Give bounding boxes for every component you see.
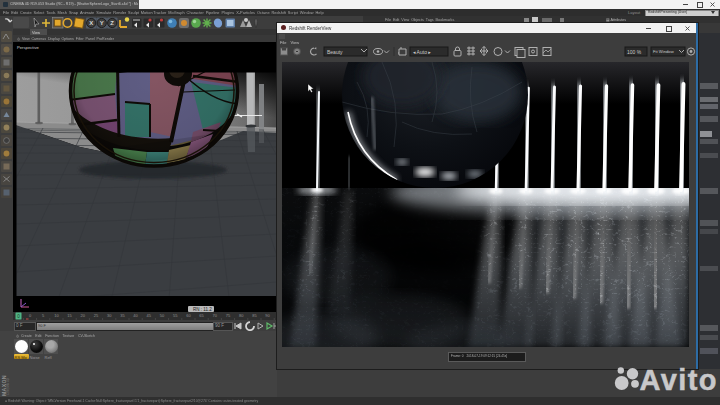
svg-text:25: 25 <box>94 313 99 318</box>
svg-text:45: 45 <box>147 313 152 318</box>
svg-text:CINEMA 4D: CINEMA 4D <box>6 378 10 395</box>
svg-text:85: 85 <box>252 313 257 318</box>
svg-text:Fit Window: Fit Window <box>653 49 675 54</box>
svg-text:100 %: 100 % <box>627 49 642 55</box>
svg-text:80: 80 <box>239 313 244 318</box>
svg-text:55: 55 <box>173 313 178 318</box>
svg-text:15: 15 <box>67 313 72 318</box>
svg-text:90: 90 <box>265 313 270 318</box>
svg-text:20: 20 <box>81 313 86 318</box>
svg-text:10: 10 <box>54 313 59 318</box>
svg-text:Y: Y <box>100 20 104 26</box>
svg-text:60: 60 <box>186 313 191 318</box>
svg-text:0: 0 <box>29 313 32 318</box>
svg-text:Perspective: Perspective <box>17 44 40 49</box>
svg-text:30: 30 <box>107 313 112 318</box>
svg-text:65: 65 <box>199 313 204 318</box>
svg-text:Avito: Avito <box>640 364 718 396</box>
svg-text:X: X <box>89 20 93 26</box>
svg-text:50: 50 <box>160 313 165 318</box>
svg-text:40: 40 <box>133 313 138 318</box>
svg-text:◂ Auto ▸: ◂ Auto ▸ <box>413 49 431 55</box>
svg-text:Beauty: Beauty <box>327 49 343 55</box>
svg-text:35: 35 <box>120 313 125 318</box>
svg-text:70: 70 <box>213 313 218 318</box>
svg-text:Z: Z <box>110 20 114 26</box>
svg-text:75: 75 <box>226 313 231 318</box>
svg-text:RN : 11.2: RN : 11.2 <box>193 306 212 311</box>
svg-text:5: 5 <box>42 313 45 318</box>
